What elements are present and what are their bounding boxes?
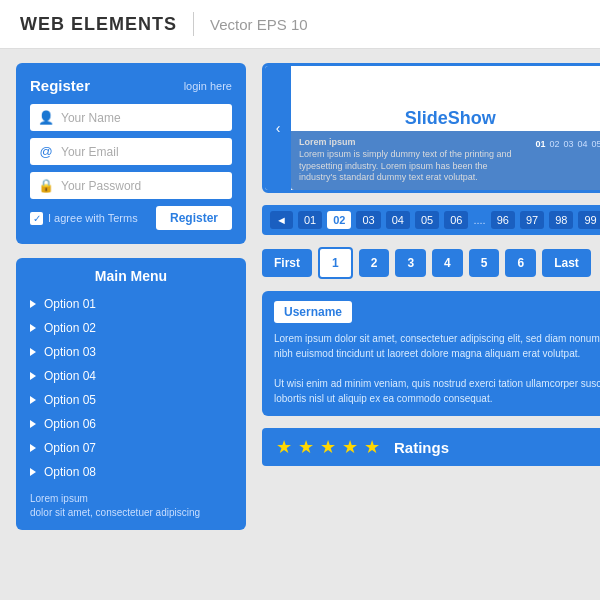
menu-item-label-4: Option 04 <box>44 369 96 383</box>
menu-footer: Lorem ipsumdolor sit amet, consectetuer … <box>16 484 246 520</box>
register-card: Register login here 👤 Your Name @ Your E… <box>16 63 246 244</box>
slideshow-lorem: Lorem ipsum Lorem ipsum is simply dummy … <box>299 137 525 184</box>
password-placeholder: Your Password <box>61 179 141 193</box>
menu-title: Main Menu <box>16 268 246 284</box>
slide-dot-4[interactable]: 04 <box>577 139 587 149</box>
menu-arrow-icon <box>30 420 36 428</box>
pagination-prev-button[interactable]: ◄ <box>270 211 293 229</box>
menu-arrow-icon <box>30 468 36 476</box>
slide-dot-2[interactable]: 02 <box>549 139 559 149</box>
nav-page-6[interactable]: 6 <box>505 249 536 277</box>
nav-page-4[interactable]: 4 <box>432 249 463 277</box>
user-icon: 👤 <box>38 110 54 125</box>
lock-icon: 🔒 <box>38 178 54 193</box>
nav-first-button[interactable]: First <box>262 249 312 277</box>
menu-item-5[interactable]: Option 05 <box>16 388 246 412</box>
menu-item-1[interactable]: Option 01 <box>16 292 246 316</box>
right-column: ‹ SlideShow › Lorem ipsum Lorem ipsum is… <box>262 63 600 530</box>
email-input-field[interactable]: @ Your Email <box>30 138 232 165</box>
menu-item-4[interactable]: Option 04 <box>16 364 246 388</box>
menu-arrow-icon <box>30 300 36 308</box>
star-5[interactable]: ★ <box>364 436 380 458</box>
pag-page-04[interactable]: 04 <box>386 211 410 229</box>
comment-username: Username <box>274 301 352 323</box>
slideshow-dots: 01 02 03 04 05 <box>535 139 600 149</box>
slideshow-card: ‹ SlideShow › Lorem ipsum Lorem ipsum is… <box>262 63 600 193</box>
menu-item-label-5: Option 05 <box>44 393 96 407</box>
header-title: WEB ELEMENTS <box>20 14 177 35</box>
pag-page-98[interactable]: 98 <box>549 211 573 229</box>
nav-page-1[interactable]: 1 <box>318 247 353 279</box>
header-subtitle: Vector EPS 10 <box>210 16 308 33</box>
menu-item-label-1: Option 01 <box>44 297 96 311</box>
pagination-bar: ◄ 01 02 03 04 05 06 .... 96 97 98 99 ► <box>262 205 600 235</box>
menu-item-label-7: Option 07 <box>44 441 96 455</box>
register-header: Register login here <box>30 77 232 94</box>
comment-text-2: Ut wisi enim ad minim veniam, quis nostr… <box>274 376 600 406</box>
register-button[interactable]: Register <box>156 206 232 230</box>
lorem-text: Lorem ipsum is simply dummy text of the … <box>299 149 512 182</box>
menu-arrow-icon <box>30 324 36 332</box>
star-4[interactable]: ★ <box>342 436 358 458</box>
name-input-field[interactable]: 👤 Your Name <box>30 104 232 131</box>
menu-item-label-6: Option 06 <box>44 417 96 431</box>
nav-page-2[interactable]: 2 <box>359 249 390 277</box>
pag-page-01[interactable]: 01 <box>298 211 322 229</box>
menu-arrow-icon <box>30 372 36 380</box>
menu-card: Main Menu Option 01 Option 02 Option 03 … <box>16 258 246 530</box>
menu-item-label-3: Option 03 <box>44 345 96 359</box>
nav-page-3[interactable]: 3 <box>395 249 426 277</box>
slide-dot-3[interactable]: 03 <box>563 139 573 149</box>
password-input-field[interactable]: 🔒 Your Password <box>30 172 232 199</box>
pagination-ellipsis: .... <box>473 214 485 226</box>
menu-item-label-8: Option 08 <box>44 465 96 479</box>
ratings-bar: ★ ★ ★ ★ ★ Ratings <box>262 428 600 466</box>
menu-item-2[interactable]: Option 02 <box>16 316 246 340</box>
nav-buttons-bar: First 1 2 3 4 5 6 Last <box>262 247 600 279</box>
comment-text-1: Lorem ipsum dolor sit amet, consectetuer… <box>274 331 600 361</box>
menu-item-3[interactable]: Option 03 <box>16 340 246 364</box>
star-1[interactable]: ★ <box>276 436 292 458</box>
menu-item-8[interactable]: Option 08 <box>16 460 246 484</box>
menu-item-7[interactable]: Option 07 <box>16 436 246 460</box>
star-2[interactable]: ★ <box>298 436 314 458</box>
menu-item-6[interactable]: Option 06 <box>16 412 246 436</box>
header: WEB ELEMENTS Vector EPS 10 <box>0 0 600 49</box>
email-placeholder: Your Email <box>61 145 119 159</box>
agree-text: I agree with Terms <box>48 212 138 224</box>
pag-page-06[interactable]: 06 <box>444 211 468 229</box>
menu-arrow-icon <box>30 444 36 452</box>
nav-page-5[interactable]: 5 <box>469 249 500 277</box>
agree-label[interactable]: ✓ I agree with Terms <box>30 212 138 225</box>
pag-page-02[interactable]: 02 <box>327 211 351 229</box>
email-icon: @ <box>38 144 54 159</box>
pag-page-05[interactable]: 05 <box>415 211 439 229</box>
left-column: Register login here 👤 Your Name @ Your E… <box>16 63 246 530</box>
name-placeholder: Your Name <box>61 111 121 125</box>
register-title: Register <box>30 77 90 94</box>
menu-footer-text: Lorem ipsumdolor sit amet, consectetuer … <box>30 493 200 518</box>
comment-card: Username Lorem ipsum dolor sit amet, con… <box>262 291 600 416</box>
nav-last-button[interactable]: Last <box>542 249 591 277</box>
pag-page-96[interactable]: 96 <box>491 211 515 229</box>
slideshow-bottom: Lorem ipsum Lorem ipsum is simply dummy … <box>291 131 600 190</box>
menu-arrow-icon <box>30 396 36 404</box>
menu-item-label-2: Option 02 <box>44 321 96 335</box>
slide-dot-5[interactable]: 05 <box>592 139 601 149</box>
main-layout: Register login here 👤 Your Name @ Your E… <box>0 49 600 544</box>
menu-arrow-icon <box>30 348 36 356</box>
login-link[interactable]: login here <box>184 80 232 92</box>
pag-page-99[interactable]: 99 <box>578 211 600 229</box>
register-footer: ✓ I agree with Terms Register <box>30 206 232 230</box>
header-divider <box>193 12 194 36</box>
slide-dot-1[interactable]: 01 <box>535 139 545 149</box>
slideshow-prev-button[interactable]: ‹ <box>265 66 291 190</box>
pag-page-03[interactable]: 03 <box>356 211 380 229</box>
agree-checkbox[interactable]: ✓ <box>30 212 43 225</box>
lorem-title: Lorem ipsum <box>299 137 356 147</box>
ratings-label: Ratings <box>394 439 449 456</box>
star-3[interactable]: ★ <box>320 436 336 458</box>
pag-page-97[interactable]: 97 <box>520 211 544 229</box>
slideshow-label: SlideShow <box>405 108 496 129</box>
